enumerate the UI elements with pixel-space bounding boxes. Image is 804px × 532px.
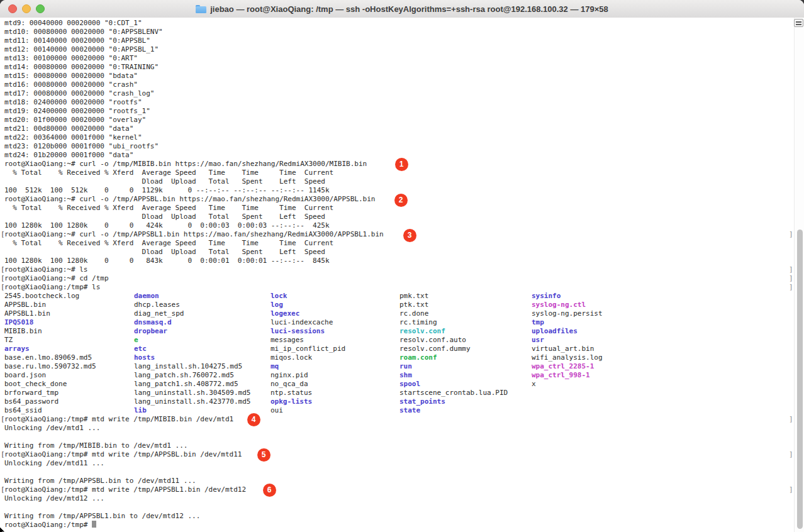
file-entry: lang_uninstall.sh.304509.md5 bbox=[134, 389, 250, 397]
terminal-line: Writing from /tmp/APPSBL.bin to /dev/mtd… bbox=[0, 477, 804, 485]
terminal-text: mtd18: 02400000 00020000 "rootfs" bbox=[4, 98, 142, 106]
terminal-window: jiebao — root@XiaoQiang: /tmp — ssh -oHo… bbox=[0, 0, 804, 532]
file-entry: lang_patch1.sh.408772.md5 bbox=[134, 380, 238, 389]
scrollbar-track[interactable] bbox=[794, 18, 804, 532]
terminal-line: Writing from /tmp/MIBIB.bin to /dev/mtd1… bbox=[0, 441, 804, 450]
terminal-line: Unlocking /dev/mtd1 ... bbox=[0, 424, 804, 433]
prompt-mark-left: [ bbox=[1, 415, 5, 424]
annotation-circle-1: 1 bbox=[395, 158, 408, 171]
terminal-text: mtd16: 00080000 00020000 "crash" bbox=[4, 80, 138, 89]
terminal-text: Unlocking /dev/mtd11 ... bbox=[4, 459, 104, 467]
terminal-line: mtd13: 00100000 00020000 "0:ART" bbox=[0, 54, 804, 63]
file-entry: spool bbox=[399, 380, 420, 389]
title-bar[interactable]: jiebao — root@XiaoQiang: /tmp — ssh -oHo… bbox=[0, 0, 804, 18]
file-entry: dropbear bbox=[134, 327, 167, 336]
terminal-text: mtd17: 00080000 00020000 "crash_log" bbox=[4, 89, 154, 97]
terminal-line bbox=[0, 468, 804, 477]
terminal-text: mtd13: 00100000 00020000 "0:ART" bbox=[4, 54, 138, 62]
terminal-line: mtd14: 00080000 00020000 "0:TRAINING" bbox=[0, 63, 804, 72]
split-pane-button[interactable] bbox=[794, 19, 803, 27]
file-entry: base.en.lmo.89069.md5 bbox=[4, 353, 92, 362]
terminal-line-ls: brforward_tmplang_uninstall.sh.304509.md… bbox=[0, 389, 804, 397]
terminal-line: mtd11: 00140000 00020000 "0:APPSBL" bbox=[0, 36, 804, 45]
file-entry: ptk.txt bbox=[399, 301, 428, 309]
minimize-button[interactable] bbox=[22, 4, 31, 13]
terminal-text: mtd14: 00080000 00020000 "0:TRAINING" bbox=[4, 63, 159, 71]
file-entry: dhcp.leases bbox=[134, 301, 180, 309]
terminal-line: mtd20: 01f00000 00020000 "overlay" bbox=[0, 116, 804, 125]
terminal-line: Unlocking /dev/mtd12 ... bbox=[0, 494, 804, 503]
terminal-line: mtd12: 00140000 00020000 "0:APPSBL_1" bbox=[0, 45, 804, 54]
prompt-mark-right: ] bbox=[789, 485, 793, 494]
file-entry: board.json bbox=[4, 371, 46, 380]
terminal-line: mtd22: 00364000 0001f000 "kernel" bbox=[0, 133, 804, 142]
prompt-mark-left: [ bbox=[1, 450, 5, 459]
file-entry: base.ru.lmo.590732.md5 bbox=[4, 362, 96, 371]
prompt-mark-right: ] bbox=[789, 450, 793, 459]
file-entry: arrays bbox=[4, 345, 30, 353]
file-entry: tmp bbox=[532, 318, 544, 327]
terminal-text: mtd23: 0120b000 0001f000 "ubi_rootfs" bbox=[4, 142, 159, 150]
terminal-text: mtd12: 00140000 00020000 "0:APPSBL_1" bbox=[4, 45, 159, 53]
terminal-line: mtd21: 00d80000 00020000 "data" bbox=[0, 125, 804, 133]
terminal-line-ls: MIBIB.bindropbearluci-sessionsresolv.con… bbox=[0, 327, 804, 336]
traffic-lights bbox=[0, 0, 45, 18]
terminal-line-ls: bs64_passwordlang_uninstall.sh.423770.md… bbox=[0, 397, 804, 406]
close-button[interactable] bbox=[8, 4, 17, 13]
file-entry: wpa_ctrl_2285-1 bbox=[532, 362, 594, 371]
terminal-text: Unlocking /dev/mtd12 ... bbox=[4, 494, 104, 502]
terminal-text: mtd19: 02400000 00020000 "rootfs_1" bbox=[4, 107, 150, 115]
terminal-line: 100 1280k 100 1280k 0 0 843k 0 0:00:01 0… bbox=[0, 257, 804, 265]
terminal-text: root@XiaoQiang:/tmp# mtd write /tmp/APPS… bbox=[4, 485, 246, 494]
terminal-line-ls: arraysetcmi_ip_conflict_pidresolv.conf.d… bbox=[0, 345, 804, 353]
terminal-line-ls: APPSBL.bindhcp.leaseslogptk.txtsyslog-ng… bbox=[0, 301, 804, 309]
file-entry: no_qca_da bbox=[271, 380, 308, 389]
file-entry: wifi_analysis.log bbox=[532, 353, 603, 362]
terminal-line: root@XiaoQiang:~# cd /tmp[] bbox=[0, 274, 804, 283]
file-entry: nginx.pid bbox=[271, 371, 308, 380]
terminal-line: Writing from /tmp/APPSBL1.bin to /dev/mt… bbox=[0, 512, 804, 521]
terminal-line: Unlocking /dev/mtd11 ... bbox=[0, 459, 804, 468]
terminal-line-ls: bs64_ssidlibouistate bbox=[0, 406, 804, 415]
terminal-text: mtd11: 00140000 00020000 "0:APPSBL" bbox=[4, 36, 150, 45]
file-entry: syslog-ng.persist bbox=[532, 309, 603, 318]
terminal-text: 100 1280k 100 1280k 0 0 424k 0 0:00:03 0… bbox=[4, 221, 330, 230]
zoom-button[interactable] bbox=[36, 4, 45, 13]
terminal-text: % Total % Received % Xferd Average Speed… bbox=[4, 204, 333, 212]
terminal-text: root@XiaoQiang:~# curl -o /tmp/MIBIB.bin… bbox=[4, 160, 367, 168]
terminal-text: Writing from /tmp/APPSBL1.bin to /dev/mt… bbox=[4, 512, 200, 520]
scrollbar-thumb[interactable] bbox=[797, 230, 803, 529]
terminal-line: mtd19: 02400000 00020000 "rootfs_1" bbox=[0, 107, 804, 116]
terminal-line-ls: APPSBL1.bindiag_net_spdlogexecrc.donesys… bbox=[0, 309, 804, 318]
terminal-text: root@XiaoQiang:~# curl -o /tmp/APPSBL1.b… bbox=[4, 230, 384, 238]
terminal-text: root@XiaoQiang:/tmp# mtd write /tmp/MIBI… bbox=[4, 415, 233, 423]
annotation-circle-5: 5 bbox=[257, 448, 271, 462]
terminal-line: mtd18: 02400000 00020000 "rootfs" bbox=[0, 98, 804, 107]
terminal-text: root@XiaoQiang:~# ls bbox=[4, 265, 87, 274]
terminal-text: mtd21: 00d80000 00020000 "data" bbox=[4, 125, 133, 133]
file-entry: MIBIB.bin bbox=[4, 327, 42, 336]
terminal-line: mtd10: 00080000 00020000 "0:APPSBLENV" bbox=[0, 28, 804, 36]
terminal-line: root@XiaoQiang:/tmp# ls[] bbox=[0, 283, 804, 292]
terminal-screen[interactable]: mtd9: 00040000 00020000 "0:CDT_1"mtd10: … bbox=[0, 18, 804, 532]
terminal-text: mtd9: 00040000 00020000 "0:CDT_1" bbox=[4, 19, 142, 27]
terminal-text: % Total % Received % Xferd Average Speed… bbox=[4, 239, 333, 247]
terminal-line: mtd17: 00080000 00020000 "crash_log" bbox=[0, 89, 804, 98]
file-entry: e bbox=[134, 336, 138, 345]
file-entry: APPSBL1.bin bbox=[4, 309, 50, 318]
file-entry: bs64_password bbox=[4, 397, 59, 406]
prompt-mark-left: [ bbox=[1, 230, 5, 239]
prompt-mark-left: [ bbox=[1, 265, 5, 274]
terminal-line: mtd9: 00040000 00020000 "0:CDT_1" bbox=[0, 19, 804, 28]
file-entry: lang_uninstall.sh.423770.md5 bbox=[134, 397, 250, 406]
file-entry: x bbox=[532, 380, 536, 389]
file-entry: roam.conf bbox=[399, 353, 437, 362]
prompt-mark-right: ] bbox=[789, 230, 793, 239]
file-entry: rc.timing bbox=[399, 318, 437, 327]
file-entry: rc.done bbox=[399, 309, 428, 318]
terminal-text: Dload Upload Total Spent Left Speed bbox=[4, 177, 325, 186]
file-entry: run bbox=[399, 362, 412, 371]
file-entry: wpa_ctrl_998-1 bbox=[532, 371, 590, 380]
terminal-line: Dload Upload Total Spent Left Speed bbox=[0, 177, 804, 186]
file-entry: usr bbox=[532, 336, 544, 345]
